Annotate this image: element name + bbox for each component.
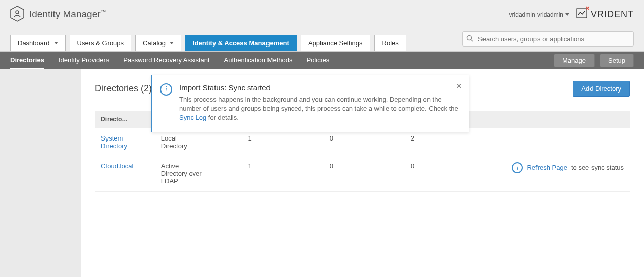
nav-tab-catalog[interactable]: Catalog (135, 35, 181, 51)
add-directory-button[interactable]: Add Directory (573, 81, 630, 97)
svg-line-4 (471, 40, 473, 41)
nav-tab-users-groups[interactable]: Users & Groups (70, 35, 131, 51)
sync-log-link[interactable]: Sync Log (179, 114, 206, 121)
subnav-identity-providers[interactable]: Identity Providers (59, 52, 109, 69)
subnav-directories[interactable]: Directories (10, 52, 44, 69)
close-icon[interactable]: ✕ (456, 82, 462, 90)
caret-down-icon (565, 13, 569, 16)
setup-button[interactable]: Setup (600, 54, 634, 67)
directory-type: Active Directory over LDAP (155, 156, 209, 192)
chart-icon: ✕ (576, 8, 587, 21)
directory-type: Local Directory (155, 128, 209, 156)
notice-title: Import Status: Sync started (179, 83, 460, 92)
caret-down-icon (54, 42, 58, 44)
caret-down-icon (170, 42, 174, 44)
nav-tab-dashboard[interactable]: Dashboard (10, 35, 66, 51)
table-row: System DirectoryLocal Directory102 (95, 128, 630, 156)
table-row: Cloud.localActive Directory over LDAP100… (95, 156, 630, 192)
subnav-policies[interactable]: Policies (306, 52, 329, 69)
close-x-icon: ✕ (585, 5, 591, 12)
search-icon (466, 35, 473, 43)
svg-point-1 (16, 11, 19, 14)
info-icon: i (160, 83, 172, 96)
notice-text: This process happens in the background a… (179, 95, 460, 123)
left-gutter (0, 69, 81, 277)
subnav-password-recovery-assistant[interactable]: Password Recovery Assistant (123, 52, 209, 69)
app-title: Identity Manager™ (29, 9, 106, 20)
refresh-page-link[interactable]: Refresh Page (527, 163, 567, 173)
directory-link[interactable]: System Directory (101, 134, 127, 150)
nav-tab-identity-access-management[interactable]: Identity & Access Management (185, 35, 297, 51)
import-status-notice: i Import Status: Sync started This proce… (151, 75, 469, 132)
nav-tab-roles[interactable]: Roles (374, 35, 406, 51)
user-menu[interactable]: vridadmin vridadmin (509, 11, 569, 18)
svg-point-3 (467, 36, 472, 40)
nav-tab-appliance-settings[interactable]: Appliance Settings (301, 35, 370, 51)
subnav-authentication-methods[interactable]: Authentication Methods (224, 52, 293, 69)
page-title: Directories (2) (95, 83, 152, 94)
search-input[interactable] (462, 31, 634, 47)
app-logo-icon (10, 6, 24, 23)
brand-logo: ✕ VRIDENT (576, 8, 634, 21)
manage-button[interactable]: Manage (554, 54, 595, 67)
info-icon: i (512, 162, 523, 173)
col-directory: Directo… (95, 111, 155, 128)
directory-link[interactable]: Cloud.local (101, 162, 133, 170)
